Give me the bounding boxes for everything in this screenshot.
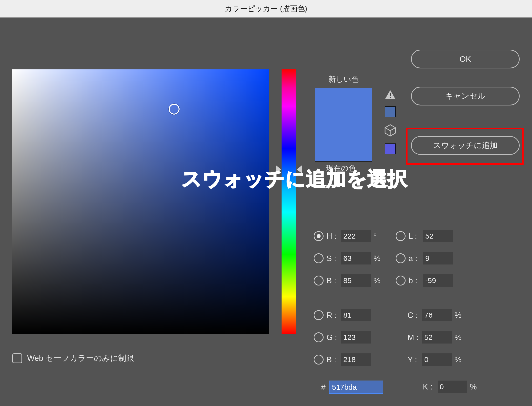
input-r[interactable] [341, 309, 371, 321]
gamut-nearest-swatch[interactable] [385, 106, 396, 117]
warning-column [383, 89, 398, 161]
input-m[interactable] [422, 331, 452, 344]
input-c[interactable] [422, 309, 452, 321]
color-preview [315, 88, 372, 162]
label-b-lab: b : [409, 276, 423, 285]
label-r: R : [327, 311, 341, 320]
color-field[interactable] [12, 69, 269, 334]
k-row: K : % [423, 376, 482, 398]
radio-h[interactable] [314, 231, 324, 241]
radio-b-lab[interactable] [396, 276, 406, 285]
title-text: カラーピッカー (描画色) [225, 4, 307, 14]
hue-pointer-right-icon [297, 165, 302, 174]
websafe-warning-icon[interactable] [383, 124, 398, 137]
radio-b-rgb[interactable] [314, 355, 324, 365]
label-h: H : [327, 232, 341, 241]
label-y: Y : [408, 355, 422, 364]
label-m: M : [408, 333, 422, 342]
radio-r[interactable] [314, 310, 324, 320]
current-color-swatch[interactable] [315, 125, 372, 161]
label-s: S : [327, 254, 341, 263]
radio-g[interactable] [314, 332, 324, 342]
ok-button[interactable]: OK [411, 50, 520, 68]
hue-slider[interactable] [282, 69, 296, 334]
radio-s[interactable] [314, 253, 324, 263]
radio-l[interactable] [396, 231, 406, 241]
color-field-cursor[interactable] [169, 104, 180, 115]
websafe-checkbox[interactable] [12, 353, 22, 363]
label-c: C : [408, 311, 422, 320]
new-color-label: 新しい色 [328, 74, 359, 84]
label-b-rgb: B : [327, 355, 341, 364]
label-l: L : [409, 232, 423, 241]
label-k: K : [423, 382, 438, 391]
title-bar: カラーピッカー (描画色) [0, 0, 532, 18]
input-l[interactable] [423, 230, 453, 242]
unit-m: % [454, 333, 467, 342]
hue-pointer-left-icon [276, 165, 281, 174]
radio-a[interactable] [396, 253, 406, 263]
websafe-label: Web セーフカラーのみに制限 [27, 353, 134, 364]
websafe-nearest-swatch[interactable] [385, 143, 396, 154]
svg-rect-2 [390, 97, 391, 98]
label-a: a : [409, 254, 423, 263]
input-h[interactable] [341, 230, 371, 242]
unit-b-hsb: % [373, 276, 386, 285]
input-hex[interactable] [329, 381, 383, 394]
input-y[interactable] [422, 353, 452, 366]
cancel-button-label: キャンセル [445, 91, 486, 102]
input-a[interactable] [423, 252, 453, 264]
radio-b-hsb[interactable] [314, 276, 324, 285]
input-k[interactable] [438, 381, 467, 393]
unit-c: % [454, 311, 467, 320]
svg-rect-1 [390, 93, 391, 96]
hex-hash: # [314, 383, 326, 392]
hex-row: # [314, 381, 383, 394]
input-b-lab[interactable] [423, 274, 453, 287]
current-color-label: 現在の色 [326, 163, 356, 173]
unit-y: % [454, 355, 467, 364]
unit-h: ° [373, 232, 386, 241]
ok-button-label: OK [460, 55, 471, 64]
add-swatch-button-label: スウォッチに追加 [433, 140, 498, 151]
add-swatch-button[interactable]: スウォッチに追加 [411, 136, 520, 155]
unit-k: % [470, 382, 482, 391]
input-s[interactable] [341, 252, 371, 264]
new-color-swatch[interactable] [315, 88, 372, 125]
unit-s: % [373, 254, 386, 263]
gamut-warning-icon[interactable] [383, 89, 398, 100]
label-g: G : [327, 333, 341, 342]
input-b-hsb[interactable] [341, 274, 371, 287]
numeric-panel: H : ° L : S : % a : B : % [314, 225, 526, 371]
cancel-button[interactable]: キャンセル [411, 87, 520, 105]
input-b-rgb[interactable] [341, 353, 371, 366]
websafe-row: Web セーフカラーのみに制限 [12, 353, 134, 364]
input-g[interactable] [341, 331, 371, 344]
label-b-hsb: B : [327, 276, 341, 285]
dialog-body: 新しい色 現在の色 OK キャンセル スウォッチに追加 H : ° L [0, 18, 532, 406]
